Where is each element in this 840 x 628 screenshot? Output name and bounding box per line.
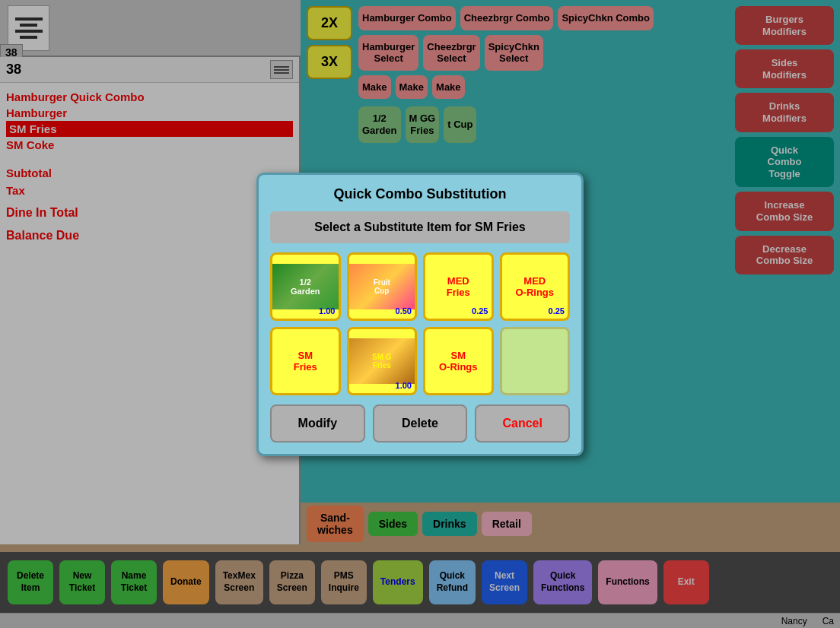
item-price: 0.25 xyxy=(472,306,488,316)
modal-item-med-fries[interactable]: MEDFries 0.25 xyxy=(423,252,494,321)
item-price: 1.00 xyxy=(319,306,335,316)
item-price: 0.25 xyxy=(549,306,565,316)
modal-item-sm-fries[interactable]: SMFries xyxy=(270,327,341,395)
fruit-cup-image: FruitCup xyxy=(349,264,415,309)
item-price: 0.50 xyxy=(396,306,412,316)
modal-item-empty[interactable] xyxy=(500,327,571,395)
modal-item-fruit-cup[interactable]: FruitCup 0.50 xyxy=(347,252,418,321)
modal-modify-button[interactable]: Modify xyxy=(270,404,365,442)
modal-dialog: Quick Combo Substitution Select a Substi… xyxy=(256,173,584,456)
modal-title: Quick Combo Substitution xyxy=(270,186,570,202)
item-price: 1.00 xyxy=(396,381,412,390)
modal-cancel-button[interactable]: Cancel xyxy=(475,404,570,442)
item-label: SMO-Rings xyxy=(439,350,478,373)
modal-item-grid: 1/2Garden 1.00 FruitCup 0.50 MEDFries 0.… xyxy=(270,252,570,395)
modal-delete-button[interactable]: Delete xyxy=(373,404,468,442)
modal-action-row: Modify Delete Cancel xyxy=(270,404,570,442)
item-label: SMFries xyxy=(294,350,317,373)
sm-fries-image: SM GFries xyxy=(349,338,415,384)
item-label: MEDO-Rings xyxy=(515,275,554,298)
item-label: MEDFries xyxy=(447,275,470,298)
modal-subtitle: Select a Substitute Item for SM Fries xyxy=(270,211,570,243)
modal-item-half-garden[interactable]: 1/2Garden 1.00 xyxy=(270,252,341,321)
modal-item-sm-orings[interactable]: SMO-Rings xyxy=(423,327,494,395)
modal-item-med-orings[interactable]: MEDO-Rings 0.25 xyxy=(500,252,571,321)
garden-image: 1/2Garden xyxy=(272,264,339,309)
modal-overlay: Quick Combo Substitution Select a Substi… xyxy=(0,0,840,628)
modal-item-sm-g-fries[interactable]: SM GFries 1.00 xyxy=(347,327,418,395)
